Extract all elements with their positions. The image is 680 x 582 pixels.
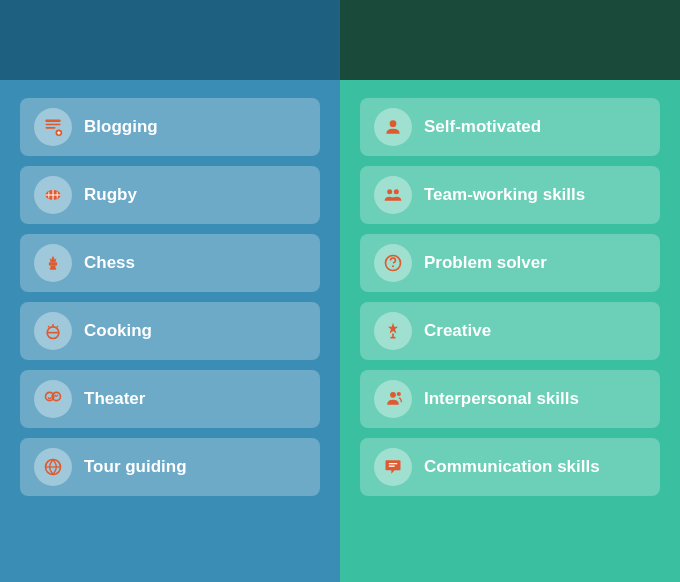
svg-rect-2	[46, 127, 56, 129]
hobby-row-theater: Theater	[20, 370, 320, 428]
header-left	[0, 0, 340, 80]
skill-row-self-motivated: Self-motivated	[360, 98, 660, 156]
skill-item-self-motivated: Self-motivated	[360, 98, 660, 156]
skill-item-interpersonal: Interpersonal skills	[360, 370, 660, 428]
header	[0, 0, 680, 80]
skill-row-communication: Communication skills	[360, 438, 660, 496]
hobby-label-blogging: Blogging	[84, 117, 158, 137]
skill-label-creative: Creative	[424, 321, 491, 341]
skill-row-interpersonal: Interpersonal skills	[360, 370, 660, 428]
svg-point-31	[397, 392, 401, 396]
hobby-row-tour-guiding: Tour guiding	[20, 438, 320, 496]
svg-line-16	[48, 326, 50, 328]
tour-icon	[34, 448, 72, 486]
team-icon	[374, 176, 412, 214]
hobby-label-cooking: Cooking	[84, 321, 152, 341]
hobby-item-theater: Theater	[20, 370, 320, 428]
skill-label-team-working: Team-working skills	[424, 185, 585, 205]
skill-item-problem-solver: Problem solver	[360, 234, 660, 292]
skills-column: Self-motivated Team-working skills Probl…	[340, 80, 680, 582]
svg-rect-12	[51, 266, 56, 269]
hobby-row-cooking: Cooking	[20, 302, 320, 360]
self-icon	[374, 108, 412, 146]
header-right	[340, 0, 680, 80]
svg-line-17	[56, 326, 58, 328]
skill-item-creative: Creative	[360, 302, 660, 360]
hobby-row-chess: Chess	[20, 234, 320, 292]
skill-row-team-working: Team-working skills	[360, 166, 660, 224]
svg-rect-13	[49, 262, 57, 265]
hobby-label-tour-guiding: Tour guiding	[84, 457, 187, 477]
hobby-item-rugby: Rugby	[20, 166, 320, 224]
svg-point-27	[392, 265, 394, 267]
hobby-item-cooking: Cooking	[20, 302, 320, 360]
svg-rect-11	[50, 268, 57, 270]
svg-rect-0	[46, 120, 61, 123]
communication-icon	[374, 448, 412, 486]
hobby-item-chess: Chess	[20, 234, 320, 292]
svg-point-25	[394, 189, 399, 194]
hobbies-column: Blogging Rugby Chess Cooking The	[0, 80, 340, 582]
content-area: Blogging Rugby Chess Cooking The	[0, 80, 680, 582]
hobby-item-tour-guiding: Tour guiding	[20, 438, 320, 496]
skill-item-communication: Communication skills	[360, 438, 660, 496]
skill-row-creative: Creative	[360, 302, 660, 360]
svg-point-23	[390, 120, 397, 127]
hobby-label-rugby: Rugby	[84, 185, 137, 205]
skill-item-team-working: Team-working skills	[360, 166, 660, 224]
svg-point-24	[387, 189, 392, 194]
skill-label-self-motivated: Self-motivated	[424, 117, 541, 137]
problem-icon	[374, 244, 412, 282]
hobby-row-rugby: Rugby	[20, 166, 320, 224]
svg-point-30	[390, 392, 396, 398]
blog-icon	[34, 108, 72, 146]
hobby-item-blogging: Blogging	[20, 98, 320, 156]
creative-icon	[374, 312, 412, 350]
hobby-label-chess: Chess	[84, 253, 135, 273]
skill-label-communication: Communication skills	[424, 457, 600, 477]
chess-icon	[34, 244, 72, 282]
skill-label-interpersonal: Interpersonal skills	[424, 389, 579, 409]
interpersonal-icon	[374, 380, 412, 418]
hobby-label-theater: Theater	[84, 389, 145, 409]
theater-icon	[34, 380, 72, 418]
skill-label-problem-solver: Problem solver	[424, 253, 547, 273]
svg-rect-1	[46, 124, 61, 126]
cooking-icon	[34, 312, 72, 350]
skill-row-problem-solver: Problem solver	[360, 234, 660, 292]
rugby-icon	[34, 176, 72, 214]
hobby-row-blogging: Blogging	[20, 98, 320, 156]
